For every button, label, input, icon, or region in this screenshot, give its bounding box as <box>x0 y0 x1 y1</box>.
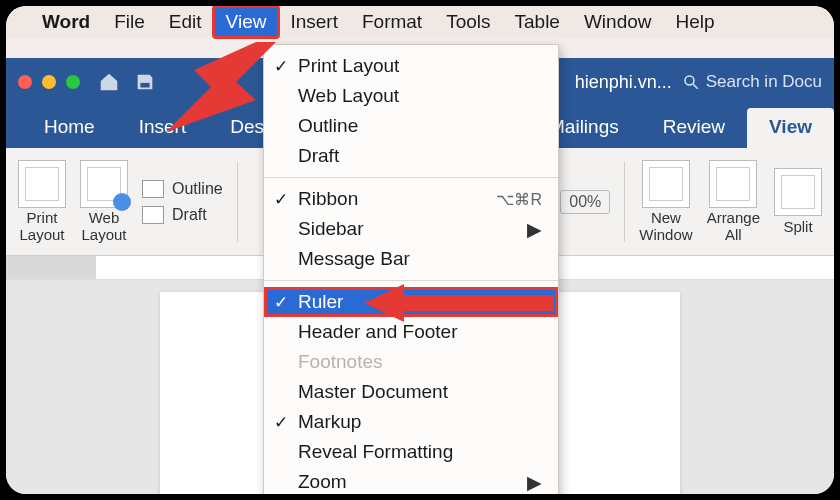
print-layout-label: Print Layout <box>19 210 64 243</box>
menu-item-label: Message Bar <box>298 248 410 270</box>
submenu-arrow-icon: ▶ <box>527 471 542 494</box>
view-menu-item-reveal-formatting[interactable]: Reveal Formatting <box>264 437 558 467</box>
view-menu-item-footnotes: Footnotes <box>264 347 558 377</box>
draft-label: Draft <box>172 206 207 224</box>
view-menu-item-zoom[interactable]: Zoom▶ <box>264 467 558 494</box>
view-menu-item-ruler[interactable]: ✓Ruler <box>264 287 558 317</box>
svg-line-2 <box>693 84 698 89</box>
draft-button[interactable]: Draft <box>142 206 223 224</box>
view-menu-item-sidebar[interactable]: Sidebar▶ <box>264 214 558 244</box>
checkmark-icon: ✓ <box>274 56 288 77</box>
menubar-insert[interactable]: Insert <box>278 7 350 37</box>
new-window-icon <box>642 160 690 208</box>
view-menu-item-outline[interactable]: Outline <box>264 111 558 141</box>
menubar-help[interactable]: Help <box>664 7 727 37</box>
svg-rect-0 <box>140 83 149 88</box>
web-layout-button[interactable]: Web Layout <box>80 160 128 243</box>
submenu-arrow-icon: ▶ <box>527 218 542 241</box>
ruler-left-margin <box>6 256 96 279</box>
mac-menubar: Word File Edit View Insert Format Tools … <box>6 6 834 38</box>
menu-item-label: Footnotes <box>298 351 383 373</box>
window-controls <box>18 75 80 89</box>
zoom-percent[interactable]: 00% <box>560 190 610 214</box>
outline-label: Outline <box>172 180 223 198</box>
view-menu-item-ribbon[interactable]: ✓Ribbon⌥⌘R <box>264 184 558 214</box>
view-menu-item-print-layout[interactable]: ✓Print Layout <box>264 51 558 81</box>
outline-icon <box>142 180 164 198</box>
view-menu-item-header-and-footer[interactable]: Header and Footer <box>264 317 558 347</box>
checkmark-icon: ✓ <box>274 189 288 210</box>
ribbon-divider <box>237 162 238 242</box>
new-window-label: New Window <box>639 210 692 243</box>
tab-home[interactable]: Home <box>22 108 117 148</box>
close-window-button[interactable] <box>18 75 32 89</box>
menubar-view[interactable]: View <box>214 7 279 37</box>
arrange-all-button[interactable]: Arrange All <box>707 160 760 243</box>
document-title: hienphi.vn... <box>575 72 672 93</box>
menu-separator <box>264 177 558 178</box>
search-placeholder: Search in Docu <box>706 72 822 92</box>
arrange-all-icon <box>709 160 757 208</box>
web-layout-label: Web Layout <box>81 210 126 243</box>
save-icon[interactable] <box>134 71 156 93</box>
draft-icon <box>142 206 164 224</box>
split-icon <box>774 168 822 216</box>
menu-shortcut: ⌥⌘R <box>496 190 542 209</box>
print-layout-button[interactable]: Print Layout <box>18 160 66 243</box>
view-menu-item-message-bar[interactable]: Message Bar <box>264 244 558 274</box>
svg-point-1 <box>685 76 694 85</box>
menu-item-label: Sidebar <box>298 218 364 240</box>
view-menu-item-web-layout[interactable]: Web Layout <box>264 81 558 111</box>
new-window-button[interactable]: New Window <box>639 160 692 243</box>
menu-item-label: Master Document <box>298 381 448 403</box>
menubar-window[interactable]: Window <box>572 7 664 37</box>
outline-button[interactable]: Outline <box>142 180 223 198</box>
menubar-tools[interactable]: Tools <box>434 7 502 37</box>
quick-access-toolbar <box>98 71 156 93</box>
search-box[interactable]: Search in Docu <box>682 72 822 92</box>
menu-item-label: Markup <box>298 411 361 433</box>
menu-item-label: Reveal Formatting <box>298 441 453 463</box>
menu-item-label: Header and Footer <box>298 321 458 343</box>
menu-item-label: Print Layout <box>298 55 399 77</box>
view-menu-item-master-document[interactable]: Master Document <box>264 377 558 407</box>
menubar-app-name[interactable]: Word <box>30 7 102 37</box>
maximize-window-button[interactable] <box>66 75 80 89</box>
menu-item-label: Ribbon <box>298 188 358 210</box>
view-menu-item-draft[interactable]: Draft <box>264 141 558 171</box>
split-label: Split <box>783 218 812 235</box>
menubar-table[interactable]: Table <box>503 7 572 37</box>
tab-view[interactable]: View <box>747 108 834 148</box>
tab-review[interactable]: Review <box>641 108 747 148</box>
print-layout-icon <box>18 160 66 208</box>
tab-insert[interactable]: Insert <box>117 108 209 148</box>
menu-separator <box>264 280 558 281</box>
web-layout-icon <box>80 160 128 208</box>
menu-item-label: Zoom <box>298 471 347 493</box>
menubar-edit[interactable]: Edit <box>157 7 214 37</box>
menu-item-label: Outline <box>298 115 358 137</box>
split-button[interactable]: Split <box>774 168 822 235</box>
checkmark-icon: ✓ <box>274 292 288 313</box>
view-menu-item-markup[interactable]: ✓Markup <box>264 407 558 437</box>
home-icon[interactable] <box>98 71 120 93</box>
minimize-window-button[interactable] <box>42 75 56 89</box>
menubar-file[interactable]: File <box>102 7 157 37</box>
checkmark-icon: ✓ <box>274 412 288 433</box>
menubar-format[interactable]: Format <box>350 7 434 37</box>
menu-item-label: Ruler <box>298 291 343 313</box>
menu-item-label: Web Layout <box>298 85 399 107</box>
arrange-all-label: Arrange All <box>707 210 760 243</box>
search-icon <box>682 73 700 91</box>
menu-item-label: Draft <box>298 145 339 167</box>
ribbon-divider-2 <box>624 162 625 242</box>
view-menu-dropdown: ✓Print LayoutWeb LayoutOutlineDraft✓Ribb… <box>263 44 559 494</box>
